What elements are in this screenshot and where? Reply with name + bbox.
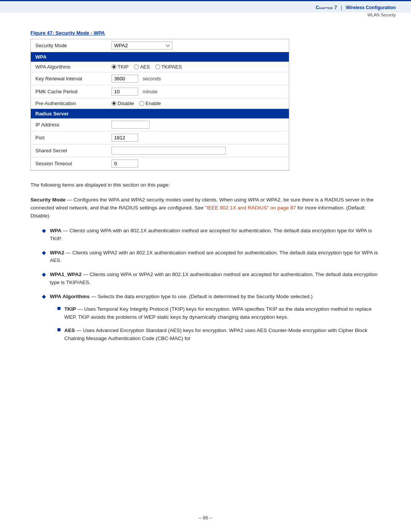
pmk-cache-unit: minute: [143, 89, 158, 94]
aes-sub-content: AES — Uses Advanced Encryption Standard …: [64, 327, 381, 343]
wpa2-bullet-content: WPA2 — Clients using WPA2 with an 802.1X…: [50, 249, 381, 265]
key-renewal-input[interactable]: [112, 75, 138, 83]
pmk-cache-label: PMK Cache Period: [31, 85, 107, 98]
ip-address-input[interactable]: [112, 121, 150, 129]
page-number: – 86 –: [199, 515, 212, 521]
key-renewal-unit: seconds: [143, 76, 161, 81]
security-mode-description: Security Mode — Configures the WPA and W…: [30, 196, 381, 220]
aes-radio-item[interactable]: AES: [134, 64, 150, 70]
aes-sub-text: — Uses Advanced Encryption Standard (AES…: [64, 328, 368, 341]
diamond-icon-wpa2: ◆: [42, 249, 46, 256]
list-item-wpa: ◆ WPA — Clients using WPA with an 802.1X…: [30, 227, 381, 243]
radius-section-label: Radius Server: [31, 109, 289, 119]
tkipaes-radio-dot: [155, 64, 160, 69]
security-mode-value-cell: WPA WPA2 WPA1_WPA2: [107, 39, 289, 52]
session-timeout-input[interactable]: [112, 160, 138, 168]
figure-caption: Figure 47: Security Mode - WPA: [30, 30, 381, 36]
config-table: Security Mode WPA WPA2 WPA1_WPA2 WPA WPA…: [31, 39, 289, 170]
diamond-icon-wpa1-wpa2: ◆: [42, 271, 46, 277]
session-timeout-value-cell: [107, 157, 289, 170]
wpa1-wpa2-bullet-text: — Clients using WPA or WPA2 with an 802.…: [50, 272, 378, 285]
chapter-label: Chapter: [316, 5, 333, 10]
wpa2-bullet-bold: WPA2: [50, 250, 64, 256]
disable-radio-dot: [112, 101, 116, 106]
square-icon-aes: [57, 328, 61, 331]
header-separator: |: [341, 5, 342, 10]
list-item-wpa1-wpa2: ◆ WPA1_WPA2 — Clients using WPA or WPA2 …: [30, 271, 381, 287]
wpa-algorithms-value-cell: TKIP AES TKIPAES: [107, 62, 289, 72]
wpa1-wpa2-bullet-bold: WPA1_WPA2: [50, 272, 82, 277]
shared-secret-input[interactable]: [112, 147, 226, 155]
wpa-algorithms-row: WPA Algorithms TKIP AES TKIP: [31, 62, 289, 72]
intro-text: The following items are displayed in thi…: [30, 181, 381, 189]
enable-radio-dot: [139, 101, 144, 106]
ip-address-row: IP Address: [31, 118, 289, 131]
wpa-algorithms-bullet-text: — Selects the data encryption type to us…: [90, 294, 313, 299]
wpa1-wpa2-bullet-content: WPA1_WPA2 — Clients using WPA or WPA2 wi…: [50, 271, 381, 287]
wpa-algorithms-radio-group: TKIP AES TKIPAES: [112, 64, 284, 70]
session-timeout-row: Session Timeout: [31, 157, 289, 170]
security-mode-link[interactable]: "IEEE 802.1X and RADIUS" on page 87: [205, 205, 296, 211]
session-timeout-label: Session Timeout: [31, 157, 107, 170]
page-header: Chapter 7 | Wireless Configuration: [0, 0, 411, 13]
wpa-bullet-bold: WPA: [50, 228, 62, 233]
sub-list-item-tkip: TKIP — Uses Temporal Key Integrity Proto…: [57, 305, 381, 321]
ip-address-label: IP Address: [31, 118, 107, 131]
aes-radio-dot: [134, 64, 139, 69]
pmk-cache-input[interactable]: [112, 88, 138, 96]
sub-list-item-aes: AES — Uses Advanced Encryption Standard …: [57, 327, 381, 343]
pre-auth-radio-group: Disable Enable: [112, 101, 284, 106]
config-table-wrapper: Security Mode WPA WPA2 WPA1_WPA2 WPA WPA…: [30, 39, 289, 171]
aes-sub-bold: AES: [64, 328, 75, 333]
security-mode-desc-bold: Security Mode: [30, 197, 65, 203]
aes-label: AES: [140, 64, 150, 70]
port-label: Port: [31, 131, 107, 144]
security-mode-label: Security Mode: [31, 39, 107, 52]
tkip-sub-content: TKIP — Uses Temporal Key Integrity Proto…: [64, 305, 381, 321]
diamond-icon-wpa: ◆: [42, 227, 46, 233]
tkip-label: TKIP: [118, 64, 129, 70]
radius-section-header-row: Radius Server: [31, 109, 289, 119]
disable-label: Disable: [118, 101, 134, 106]
chapter-number: 7: [335, 5, 337, 10]
disable-radio-item[interactable]: Disable: [112, 101, 134, 106]
port-input[interactable]: [112, 134, 138, 142]
header-title: Wireless Configuration: [346, 5, 396, 10]
diamond-icon-wpa-algorithms: ◆: [42, 293, 46, 299]
wpa-bullet-content: WPA — Clients using WPA with an 802.1X a…: [50, 227, 381, 243]
security-mode-select[interactable]: WPA WPA2 WPA1_WPA2: [112, 42, 172, 50]
enable-label: Enable: [145, 101, 161, 106]
wpa2-bullet-text: — Clients using WPA2 with an 802.1X auth…: [50, 250, 378, 264]
shared-secret-label: Shared Secret: [31, 144, 107, 157]
tkip-sub-text: — Uses Temporal Key Integrity Protocol (…: [64, 306, 372, 320]
wpa-algorithms-bullet-content: WPA Algorithms — Selects the data encryp…: [50, 293, 381, 348]
tkip-radio-item[interactable]: TKIP: [112, 64, 129, 70]
key-renewal-label: Key Renewal Interval: [31, 72, 107, 85]
pre-auth-label: Pre-Authentication: [31, 98, 107, 109]
tkipaes-radio-item[interactable]: TKIPAES: [155, 64, 182, 70]
wpa-section-header-row: WPA: [31, 52, 289, 62]
enable-radio-item[interactable]: Enable: [139, 101, 161, 106]
pmk-cache-row: PMK Cache Period minute: [31, 85, 289, 98]
sub-list: TKIP — Uses Temporal Key Integrity Proto…: [57, 305, 381, 343]
ip-address-value-cell: [107, 118, 289, 131]
security-mode-row: Security Mode WPA WPA2 WPA1_WPA2: [31, 39, 289, 52]
wpa-section-label: WPA: [31, 52, 289, 62]
shared-secret-row: Shared Secret: [31, 144, 289, 157]
pmk-cache-value-cell: minute: [107, 85, 289, 98]
wpa-bullet-text: — Clients using WPA with an 802.1X authe…: [50, 228, 372, 241]
key-renewal-value-cell: seconds: [107, 72, 289, 85]
tkip-radio-dot: [112, 64, 116, 69]
shared-secret-value-cell: [107, 144, 289, 157]
header-subtitle: WLAN Security: [0, 13, 411, 19]
tkipaes-label: TKIPAES: [161, 64, 182, 70]
bullet-list: ◆ WPA — Clients using WPA with an 802.1X…: [30, 227, 381, 348]
port-value-cell: [107, 131, 289, 144]
wpa-algorithms-bullet-bold: WPA Algorithms: [50, 294, 90, 299]
pre-auth-row: Pre-Authentication Disable Enable: [31, 98, 289, 109]
tkip-sub-bold: TKIP: [64, 306, 76, 312]
key-renewal-row: Key Renewal Interval seconds: [31, 72, 289, 85]
list-item-wpa2: ◆ WPA2 — Clients using WPA2 with an 802.…: [30, 249, 381, 265]
wpa-algorithms-label: WPA Algorithms: [31, 62, 107, 72]
pre-auth-value-cell: Disable Enable: [107, 98, 289, 109]
